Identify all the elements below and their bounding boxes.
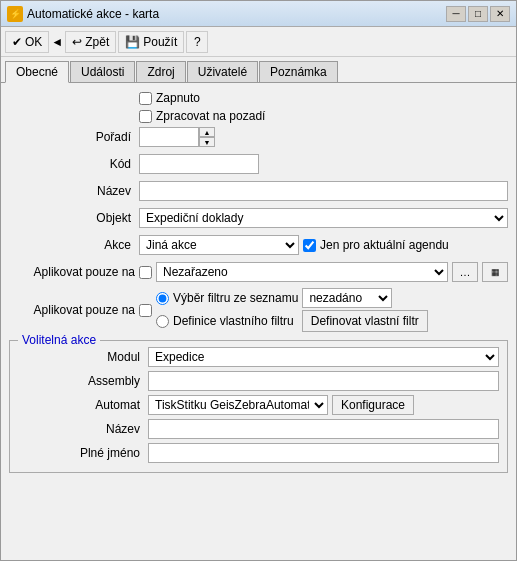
title-bar-left: ⚡ Automatické akce - karta [7, 6, 159, 22]
automat-row: Automat TiskStitku GeisZebraAutomat Konf… [18, 395, 499, 415]
optional-nazev-input[interactable]: Automat [148, 419, 499, 439]
window-title: Automatické akce - karta [27, 7, 159, 21]
ok-button[interactable]: ✔ OK [5, 31, 49, 53]
optional-title: Volitelná akce [18, 333, 100, 347]
back-icon: ↩ [72, 35, 82, 49]
minimize-button[interactable]: ─ [446, 6, 466, 22]
use-button[interactable]: 💾 Použít [118, 31, 184, 53]
assembly-control: CSWExpediceUI [148, 371, 499, 391]
assembly-label: Assembly [18, 374, 148, 388]
modul-label: Modul [18, 350, 148, 364]
ok-label: OK [25, 35, 42, 49]
kod-row: Kód GEIS [9, 154, 508, 174]
poradi-input[interactable]: 0 [139, 127, 199, 147]
jen-pro-checkbox[interactable] [303, 239, 316, 252]
modul-select[interactable]: Expedice [148, 347, 499, 367]
automat-select[interactable]: TiskStitku GeisZebraAutomat [148, 395, 328, 415]
back-label: Zpět [85, 35, 109, 49]
title-controls: ─ □ ✕ [446, 6, 510, 22]
modul-row: Modul Expedice [18, 347, 499, 367]
plne-jmeno-input[interactable]: CSW.Modules.ExpediceUI.TiskStitku GeisZe… [148, 443, 499, 463]
aplikovat1-browse-btn[interactable]: … [452, 262, 478, 282]
nazev-label: Název [9, 184, 139, 198]
plne-jmeno-label: Plné jméno [18, 446, 148, 460]
filter-options: Výběr filtru ze seznamu nezadáno Definic… [156, 288, 508, 332]
tab-obecne[interactable]: Obecné [5, 61, 69, 83]
kod-label: Kód [9, 157, 139, 171]
nazev-control: Geis Parcel - štítky [139, 181, 508, 201]
aplikovat1-row: Aplikovat pouze na Nezařazeno … ▦ [9, 262, 508, 282]
objekt-row: Objekt Expediční doklady [9, 208, 508, 228]
tab-zdroj[interactable]: Zdroj [136, 61, 185, 82]
poradi-label: Pořadí [9, 130, 139, 144]
poradi-down[interactable]: ▼ [199, 137, 215, 147]
jen-pro-text: Jen pro aktuální agendu [320, 238, 449, 252]
objekt-select[interactable]: Expediční doklady [139, 208, 508, 228]
zapnuto-label[interactable]: Zapnuto [139, 91, 200, 105]
help-button[interactable]: ? [186, 31, 208, 53]
plne-jmeno-row: Plné jméno CSW.Modules.ExpediceUI.TiskSt… [18, 443, 499, 463]
definice-radio[interactable] [156, 315, 169, 328]
aplikovat1-control: Nezařazeno … ▦ [139, 262, 508, 282]
objekt-label: Objekt [9, 211, 139, 225]
poradi-spinner: ▲ ▼ [199, 127, 215, 147]
vybir-text: Výběr filtru ze seznamu [173, 291, 298, 305]
modul-control: Expedice [148, 347, 499, 367]
nazev-row: Název Geis Parcel - štítky [9, 181, 508, 201]
window-icon: ⚡ [7, 6, 23, 22]
use-label: Použít [143, 35, 177, 49]
filtr-select[interactable]: nezadáno [302, 288, 392, 308]
assembly-input[interactable]: CSWExpediceUI [148, 371, 499, 391]
aplikovat1-extra-btn[interactable]: ▦ [482, 262, 508, 282]
definice-row: Definice vlastního filtru Definovat vlas… [156, 310, 508, 332]
use-icon: 💾 [125, 35, 140, 49]
aplikovat2-label: Aplikovat pouze na [9, 303, 139, 317]
title-bar: ⚡ Automatické akce - karta ─ □ ✕ [1, 1, 516, 27]
aplikovat2-checkbox[interactable] [139, 304, 152, 317]
tab-udalosti[interactable]: Události [70, 61, 135, 82]
tabs-bar: Obecné Události Zdroj Uživatelé Poznámka [1, 57, 516, 83]
konfigurace-label: Konfigurace [341, 398, 405, 412]
tab-content: Zapnuto Zpracovat na pozadí Pořadí 0 ▲ ▼… [1, 83, 516, 560]
tab-uzivatele[interactable]: Uživatelé [187, 61, 258, 82]
definice-text: Definice vlastního filtru [173, 314, 294, 328]
jen-pro-label[interactable]: Jen pro aktuální agendu [303, 238, 449, 252]
zapnuto-checkbox[interactable] [139, 92, 152, 105]
maximize-button[interactable]: □ [468, 6, 488, 22]
back-button[interactable]: ↩ Zpět [65, 31, 116, 53]
aplikovat1-label: Aplikovat pouze na [9, 265, 139, 279]
definovat-button[interactable]: Definovat vlastní filtr [302, 310, 428, 332]
akce-row: Akce Jiná akce Jen pro aktuální agendu [9, 235, 508, 255]
zpracovat-checkbox[interactable] [139, 110, 152, 123]
vybir-radio-label[interactable]: Výběr filtru ze seznamu nezadáno [156, 288, 508, 308]
konfigurace-button[interactable]: Konfigurace [332, 395, 414, 415]
kod-input[interactable]: GEIS [139, 154, 259, 174]
aplikovat2-row: Aplikovat pouze na Výběr filtru ze sezna… [9, 288, 508, 332]
automat-control: TiskStitku GeisZebraAutomat Konfigurace [148, 395, 499, 415]
vybir-radio[interactable] [156, 292, 169, 305]
optional-nazev-label: Název [18, 422, 148, 436]
toolbar-separator-1: ◄ [51, 35, 63, 49]
akce-control: Jiná akce Jen pro aktuální agendu [139, 235, 508, 255]
main-window: ⚡ Automatické akce - karta ─ □ ✕ ✔ OK ◄ … [0, 0, 517, 561]
optional-nazev-control: Automat [148, 419, 499, 439]
nazev-input[interactable]: Geis Parcel - štítky [139, 181, 508, 201]
poradi-control: 0 ▲ ▼ [139, 127, 508, 147]
objekt-control: Expediční doklady [139, 208, 508, 228]
akce-label: Akce [9, 238, 139, 252]
aplikovat1-checkbox[interactable] [139, 266, 152, 279]
zpracovat-text: Zpracovat na pozadí [156, 109, 265, 123]
definice-radio-label[interactable]: Definice vlastního filtru [156, 314, 294, 328]
zpracovat-row: Zpracovat na pozadí [9, 109, 508, 123]
aplikovat1-select[interactable]: Nezařazeno [156, 262, 448, 282]
poradi-up[interactable]: ▲ [199, 127, 215, 137]
tab-poznamka[interactable]: Poznámka [259, 61, 338, 82]
zpracovat-label[interactable]: Zpracovat na pozadí [139, 109, 265, 123]
toolbar: ✔ OK ◄ ↩ Zpět 💾 Použít ? [1, 27, 516, 57]
close-button[interactable]: ✕ [490, 6, 510, 22]
aplikovat2-control: Výběr filtru ze seznamu nezadáno Definic… [139, 288, 508, 332]
akce-select[interactable]: Jiná akce [139, 235, 299, 255]
help-icon: ? [194, 35, 201, 49]
assembly-row: Assembly CSWExpediceUI [18, 371, 499, 391]
poradi-row: Pořadí 0 ▲ ▼ [9, 127, 508, 147]
